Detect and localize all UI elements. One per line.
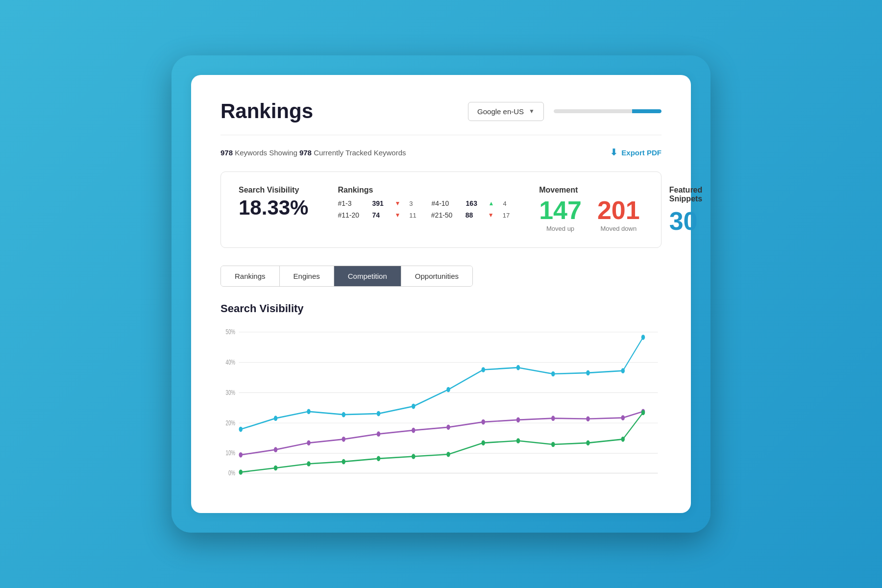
search-visibility-stat: Search Visibility 18.33% [239,186,308,218]
svg-text:40%: 40% [226,358,236,366]
export-pdf-button[interactable]: ⬇ Export PDF [610,147,662,158]
tab-competition[interactable]: Competition [334,266,401,286]
header-divider [220,135,662,135]
rank-change-1: 3 [409,200,413,207]
rank-count-2: 74 [372,211,386,219]
green-dot-7 [446,452,450,457]
keywords-summary: 978 Keywords Showing 978 Currently Track… [220,148,406,157]
green-dot-4 [342,459,346,465]
keywords-showing-count: 978 [220,148,233,157]
cyan-dot-8 [482,367,486,372]
movement-label: Movement [539,186,640,195]
cyan-dot-12 [621,368,625,373]
featured-snippets-stat: Featured Snippets 30 [669,186,703,234]
purple-line [241,412,643,455]
green-line [241,413,643,472]
dropdown-label: Google en-US [477,107,524,116]
purple-dot-2 [274,447,278,452]
purple-dot-9 [516,417,520,423]
cyan-dot-13 [641,335,645,340]
moved-up-value: 147 [539,197,582,223]
svg-text:20%: 20% [226,419,236,427]
movement-stat: Movement 147 Moved up 201 Moved down [539,186,640,232]
moved-up-item: 147 Moved up [539,197,582,232]
progress-track [554,109,632,113]
rank-count-4: 88 [466,211,479,219]
arrow-down-icon-2: ▼ [394,212,400,219]
svg-text:50%: 50% [226,328,236,336]
green-dot-9 [516,438,520,443]
chevron-down-icon: ▼ [529,108,535,115]
purple-dot-7 [446,424,450,430]
chart-svg: 50% 40% 30% 20% 10% 0% [220,327,662,484]
purple-dot-10 [551,416,555,421]
purple-dot-8 [482,419,486,425]
featured-snippets-label: Featured Snippets [669,186,703,203]
tab-rankings[interactable]: Rankings [221,266,280,286]
green-dot-12 [621,437,625,442]
cyan-dot-5 [377,411,381,416]
cyan-dot-1 [239,427,243,432]
moved-up-label: Moved up [546,225,574,232]
keywords-label-2: Currently Tracked Keywords [314,148,406,157]
chart-title: Search Visibility [220,302,662,315]
search-engine-dropdown[interactable]: Google en-US ▼ [468,102,544,121]
progress-bar [554,109,662,113]
outer-frame: Rankings Google en-US ▼ 978 Keywords Sho… [172,55,710,533]
download-icon: ⬇ [610,147,617,158]
rank-change-3: 4 [503,200,506,207]
svg-text:10%: 10% [226,449,236,457]
export-label: Export PDF [621,148,662,157]
rank-change-2: 11 [409,212,416,219]
arrow-down-icon-3: ▼ [488,212,494,219]
search-visibility-value: 18.33% [239,197,308,218]
moved-down-label: Moved down [600,225,637,232]
moved-down-item: 201 Moved down [597,197,640,232]
stats-box: Search Visibility 18.33% Rankings #1-3 3… [220,172,662,248]
rank-range-1: #1-3 [338,199,363,207]
rankings-stat: Rankings #1-3 391 ▼ 3 #4-10 163 ▲ 4 #11-… [338,186,510,219]
svg-text:0%: 0% [228,469,235,477]
arrow-down-icon-1: ▼ [394,200,400,207]
movement-section: 147 Moved up 201 Moved down [539,197,640,232]
keywords-row: 978 Keywords Showing 978 Currently Track… [220,147,662,158]
tab-engines[interactable]: Engines [280,266,334,286]
ranking-row-2: #11-20 74 ▼ 11 #21-50 88 ▼ 17 [338,211,510,219]
rankings-grid: #1-3 391 ▼ 3 #4-10 163 ▲ 4 #11-20 74 ▼ 1… [338,199,510,219]
rank-range-4: #21-50 [431,211,457,219]
green-dot-5 [377,456,381,461]
cyan-dot-10 [551,371,555,377]
header-row: Rankings Google en-US ▼ [220,99,662,123]
cyan-dot-3 [307,409,311,414]
purple-dot-12 [621,415,625,420]
green-dot-8 [482,440,486,445]
header-controls: Google en-US ▼ [468,102,662,121]
green-dot-6 [412,454,416,459]
purple-dot-4 [342,437,346,442]
green-dot-13 [641,410,645,416]
page-title: Rankings [220,99,313,123]
purple-dot-6 [412,428,416,433]
tab-opportunities[interactable]: Opportunities [401,266,472,286]
svg-text:30%: 30% [226,389,236,396]
rank-range-2: #11-20 [338,211,363,219]
green-dot-11 [586,440,590,445]
rank-change-4: 17 [503,212,510,219]
cyan-dot-11 [586,370,590,376]
rank-count-3: 163 [466,199,480,207]
ranking-row-1: #1-3 391 ▼ 3 #4-10 163 ▲ 4 [338,199,510,207]
chart-container: 50% 40% 30% 20% 10% 0% [220,327,662,484]
progress-fill [632,109,662,113]
search-visibility-label: Search Visibility [239,186,308,195]
main-card: Rankings Google en-US ▼ 978 Keywords Sho… [191,75,691,513]
purple-dot-1 [239,452,243,458]
cyan-dot-6 [412,404,416,409]
cyan-line [241,337,643,429]
keywords-tracked-count: 978 [299,148,312,157]
chart-section: Search Visibility 50% 40% 30% 20% 10% [220,302,662,484]
arrow-up-icon-1: ▲ [489,200,494,207]
rank-range-3: #4-10 [432,199,457,207]
purple-dot-11 [586,416,590,421]
green-dot-1 [239,469,243,475]
keywords-label-1: Keywords Showing [235,148,299,157]
